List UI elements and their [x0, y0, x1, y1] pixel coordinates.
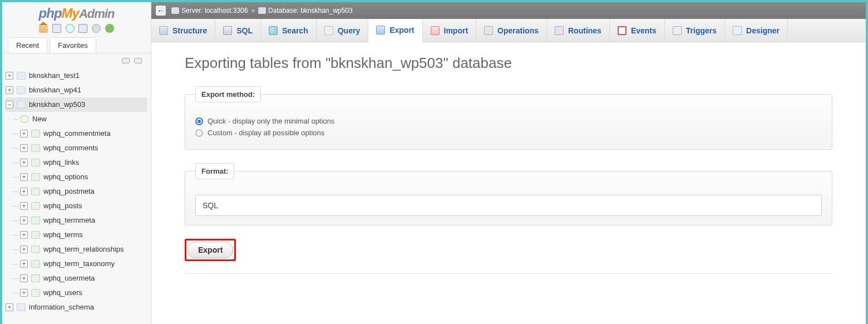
table-node[interactable]: +wphq_postmeta [20, 184, 147, 199]
main: ← Server: localhost:3306 » Database: bkn… [151, 2, 866, 324]
table-node[interactable]: +wphq_term_taxonomy [20, 257, 147, 271]
collapse-all-icon[interactable] [122, 58, 130, 63]
expand-icon[interactable]: + [6, 86, 13, 94]
designer-icon [733, 26, 742, 35]
table-node[interactable]: +wphq_term_relationships [20, 242, 147, 257]
tab-search[interactable]: Search [261, 19, 317, 42]
expand-icon[interactable]: + [20, 260, 28, 268]
radio-icon[interactable] [195, 117, 203, 125]
expand-icon[interactable]: + [6, 303, 13, 311]
expand-icon[interactable]: + [20, 202, 28, 210]
docs-icon[interactable] [66, 24, 75, 33]
table-icon [31, 231, 40, 239]
expand-icon[interactable]: + [20, 217, 28, 224]
table-icon [31, 274, 40, 282]
tab-triggers[interactable]: Triggers [665, 19, 725, 42]
import-icon [431, 26, 440, 35]
table-node[interactable]: +wphq_commentmeta [20, 126, 147, 141]
server-name[interactable]: localhost:3306 [205, 7, 248, 14]
tab-label: Import [444, 26, 468, 35]
expand-icon[interactable]: + [20, 130, 28, 138]
radio-quick[interactable]: Quick - display only the minimal options [195, 117, 822, 125]
table-label: wphq_posts [43, 202, 82, 210]
query-icon [324, 26, 333, 35]
tab-label: Operations [497, 26, 539, 35]
refresh-icon[interactable] [105, 24, 114, 33]
export-icon [376, 26, 385, 35]
table-label: wphq_options [43, 173, 88, 181]
tab-sql[interactable]: SQL [215, 19, 261, 42]
tab-label: Designer [746, 26, 780, 35]
table-node[interactable]: +wphq_users [20, 286, 147, 300]
unlink-icon[interactable] [134, 58, 142, 63]
table-label: wphq_postmeta [43, 187, 95, 195]
export-method-legend: Export method: [195, 86, 261, 102]
database-icon [258, 7, 266, 14]
home-icon[interactable] [39, 24, 48, 33]
format-legend: Format: [195, 163, 234, 179]
table-icon [31, 246, 40, 253]
format-select[interactable]: SQL [195, 195, 822, 216]
table-node[interactable]: +wphq_terms [20, 228, 147, 242]
export-highlight: Export [185, 239, 236, 261]
tab-import[interactable]: Import [423, 19, 477, 42]
new-label: New [32, 115, 47, 123]
tree-new[interactable]: New [20, 112, 147, 126]
tab-label: Structure [172, 26, 207, 35]
radio-label: Custom - display all possible options [208, 129, 324, 137]
tab-export[interactable]: Export [368, 19, 422, 42]
tab-operations[interactable]: Operations [476, 19, 547, 42]
table-label: wphq_links [43, 158, 79, 166]
expand-icon[interactable]: + [20, 173, 28, 181]
expand-icon[interactable]: + [20, 274, 28, 282]
separator [185, 273, 832, 274]
back-button[interactable]: ← [156, 6, 166, 16]
database-name[interactable]: bknskhan_wp503 [300, 7, 352, 14]
db-label: information_schema [29, 303, 94, 311]
db-node[interactable]: + bknskhan_wp41 [6, 83, 147, 97]
db-label: bknskhan_test1 [29, 71, 80, 80]
tab-routines[interactable]: Routines [547, 19, 610, 42]
routines-icon [555, 26, 564, 35]
expand-icon[interactable]: + [20, 231, 28, 239]
radio-icon[interactable] [195, 129, 203, 137]
table-node[interactable]: +wphq_options [20, 170, 147, 184]
page-title: Exporting tables from "bknskhan_wp503" d… [185, 55, 832, 72]
table-node[interactable]: +wphq_comments [20, 141, 147, 155]
table-node[interactable]: +wphq_posts [20, 199, 147, 213]
tab-favorites[interactable]: Favorites [50, 37, 96, 53]
tab-structure[interactable]: Structure [151, 19, 215, 42]
db-node[interactable]: + information_schema [6, 300, 147, 315]
logo[interactable]: phpMyAdmin [2, 2, 151, 22]
breadcrumb-sep: » [251, 7, 255, 14]
content: Exporting tables from "bknskhan_wp503" d… [151, 42, 866, 324]
db-node-selected[interactable]: − bknskhan_wp503 [6, 97, 147, 112]
tab-events[interactable]: Events [610, 19, 665, 42]
tab-designer[interactable]: Designer [725, 19, 788, 42]
expand-icon[interactable]: + [20, 246, 28, 253]
expand-icon[interactable]: + [20, 188, 28, 195]
navpanel-settings-icon[interactable] [78, 24, 87, 33]
table-label: wphq_termmeta [43, 216, 95, 224]
triggers-icon [673, 26, 682, 35]
reload-nav-icon[interactable] [92, 24, 101, 33]
collapse-icon[interactable]: − [6, 101, 13, 109]
table-node[interactable]: +wphq_usermeta [20, 271, 147, 286]
tab-label: Query [338, 26, 360, 35]
tab-query[interactable]: Query [317, 19, 368, 42]
sidebar: phpMyAdmin Recent Favorites + bknskhan_t… [2, 2, 151, 324]
logout-icon[interactable] [52, 24, 61, 33]
expand-icon[interactable]: + [20, 289, 28, 297]
tab-recent[interactable]: Recent [8, 37, 47, 53]
table-node[interactable]: +wphq_termmeta [20, 213, 147, 228]
database-icon [17, 72, 26, 80]
topnav: Structure SQL Search Query Export Import… [151, 19, 866, 42]
radio-custom[interactable]: Custom - display all possible options [195, 129, 822, 137]
structure-icon [159, 26, 168, 35]
table-node[interactable]: +wphq_links [20, 155, 147, 170]
export-button[interactable]: Export [188, 242, 233, 258]
db-node[interactable]: + bknskhan_test1 [6, 68, 147, 83]
expand-icon[interactable]: + [6, 72, 13, 80]
expand-icon[interactable]: + [20, 159, 28, 166]
expand-icon[interactable]: + [20, 144, 28, 152]
